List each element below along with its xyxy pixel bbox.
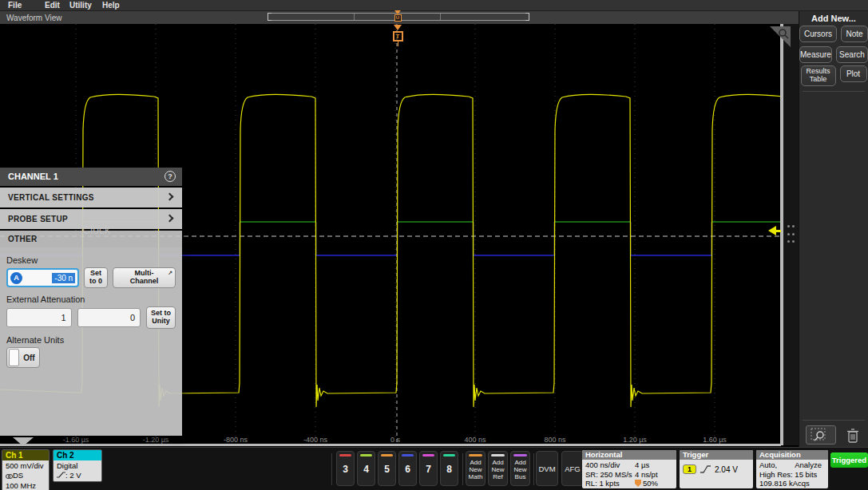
acquisition-title: Acquisition [756, 450, 828, 460]
channel-color-stripe [381, 454, 393, 456]
add-new-bus-button[interactable]: Add New Bus [510, 451, 530, 486]
divider [331, 453, 332, 485]
horizontal-row: SR: 250 MS/s4 ns/pt [585, 470, 673, 480]
channel-number: 6 [399, 464, 416, 475]
right-edge-strip [783, 24, 799, 445]
sidebar-row: CursorsNote [799, 26, 868, 42]
section-other[interactable]: OTHER [0, 231, 182, 247]
trigger-source-badge: 1 [683, 464, 696, 474]
waveform-view-title: Waveform View [6, 14, 61, 22]
trigger-t-icon: T [393, 31, 403, 41]
set-to-zero-button[interactable]: Set to 0 [84, 267, 108, 288]
time-axis-label: 1.60 µs [703, 436, 727, 444]
set-to-unity-button[interactable]: Set to Unity [146, 306, 176, 329]
horizontal-title: Horizontal [582, 450, 676, 460]
navigator-tick [440, 14, 441, 20]
alternate-units-toggle[interactable]: Off [6, 347, 40, 368]
section-label: OTHER [8, 235, 38, 243]
sidebar-divider [803, 420, 865, 421]
horizontal-value: SR: 250 MS/s [585, 470, 635, 480]
channel1-config-dialog: CHANNEL 1 ? VERTICAL SETTINGS PROBE SETU… [0, 168, 182, 437]
horizontal-value: 4 ns/pt [635, 470, 658, 480]
afg-button[interactable]: AFG [561, 451, 584, 486]
add-note-button[interactable]: Note [841, 26, 868, 42]
channel-color-stripe [402, 454, 414, 456]
expansion-point-icon: U [394, 14, 402, 22]
horizontal-value: 50% [635, 479, 658, 488]
help-icon[interactable]: ? [164, 171, 176, 182]
horizontal-scrollbar[interactable] [0, 444, 781, 446]
menu-item-file[interactable]: File [8, 1, 22, 10]
acquisition-analyze: Analyze [795, 460, 822, 470]
channel4-button[interactable]: 4 [357, 451, 375, 486]
add-plot-button[interactable]: Plot [840, 65, 867, 82]
chevron-right-icon [166, 215, 174, 223]
sidebar-divider [803, 91, 865, 92]
acquisition-count: 109.816 kAcqs [759, 479, 825, 488]
deskew-label: Deskew [6, 255, 176, 265]
dialog-pointer [13, 437, 34, 446]
trash-icon [846, 428, 859, 443]
navigator-tick [354, 14, 355, 20]
channel-color-stripe [513, 454, 527, 456]
attenuation-denominator-input[interactable]: 0 [77, 308, 141, 327]
trigger-panel[interactable]: Trigger 1 2.04 V [680, 450, 753, 488]
navigator-left-bracket[interactable] [268, 13, 271, 21]
horizontal-panel[interactable]: Horizontal 400 ns/div4 µsSR: 250 MS/s4 n… [582, 450, 676, 488]
channel8-button[interactable]: 8 [440, 451, 458, 486]
add-measure-button[interactable]: Measure [799, 46, 832, 63]
dvm-button[interactable]: DVM [536, 451, 558, 486]
channel1-badge[interactable]: Ch 1 500 mV/div DS 100 MHz [2, 449, 50, 490]
deskew-link-icon [6, 472, 13, 481]
multi-channel-label: Multi- Channel [130, 270, 159, 286]
channel1-bandwidth: 100 MHz [6, 481, 46, 490]
position-marker-icon [635, 480, 641, 487]
dialog-title: CHANNEL 1 [8, 172, 58, 181]
channel2-mode: Digital [57, 461, 98, 471]
menu-item-edit[interactable]: Edit [45, 1, 60, 10]
add-results-table-button[interactable]: Results Table [801, 65, 836, 86]
add-new-math-button[interactable]: Add New Math [466, 451, 486, 486]
time-axis-label: 400 ns [464, 436, 486, 444]
channel2-badge-name: Ch 2 [54, 450, 101, 460]
add-cursors-button[interactable]: Cursors [799, 26, 837, 42]
deskew-value: -30 n [52, 273, 75, 283]
section-vertical-settings[interactable]: VERTICAL SETTINGS [0, 188, 182, 207]
channel6-button[interactable]: 6 [398, 451, 417, 486]
add-new-ref-button[interactable]: Add New Ref [488, 451, 508, 486]
dialog-header[interactable]: CHANNEL 1 ? [0, 168, 182, 186]
acquisition-resolution: High Res: 15 bits [759, 470, 825, 480]
expansion-point-marker[interactable]: U [391, 10, 404, 22]
time-axis-label: -400 ns [303, 436, 327, 444]
horizontal-row: 400 ns/div4 µs [585, 460, 673, 470]
deskew-input[interactable]: A -30 n [6, 268, 79, 287]
channel-color-stripe [360, 454, 372, 456]
triggered-status-badge: Triggered [830, 452, 868, 468]
acquisition-panel[interactable]: Acquisition Auto, Analyze High Res: 15 b… [756, 450, 828, 488]
attenuation-numerator-input[interactable]: 1 [6, 308, 72, 327]
trigger-level-arrow-icon[interactable] [768, 226, 776, 235]
trash-button[interactable] [843, 425, 862, 445]
toggle-knob [9, 349, 19, 366]
add-search-button[interactable]: Search [836, 46, 868, 63]
zoom-corner-icon[interactable] [770, 26, 791, 47]
channel7-button[interactable]: 7 [419, 451, 438, 486]
channel-color-stripe [491, 454, 505, 456]
menu-bar: FileEditUtilityHelp [0, 0, 868, 11]
trigger-position-flag[interactable]: T [390, 25, 405, 46]
channel-color-stripe [422, 454, 434, 456]
channel3-button[interactable]: 3 [336, 451, 355, 486]
channel5-button[interactable]: 5 [378, 451, 396, 486]
panel-drag-handle[interactable] [787, 225, 795, 243]
menu-item-utility[interactable]: Utility [69, 1, 92, 10]
multi-channel-button[interactable]: Multi- Channel ↗ [113, 267, 176, 288]
zoom-tool-button[interactable] [806, 425, 836, 445]
toggle-state: Off [19, 354, 39, 362]
sidebar-row: MeasureSearch [799, 46, 868, 63]
section-probe-setup[interactable]: PROBE SETUP [0, 209, 182, 229]
navigator-right-bracket[interactable] [525, 13, 529, 21]
knob-a-icon: A [10, 272, 22, 284]
time-axis-label: 1.20 µs [623, 436, 647, 444]
channel2-badge[interactable]: Ch 2 Digital : 2 V [53, 449, 102, 482]
menu-item-help[interactable]: Help [102, 1, 120, 10]
